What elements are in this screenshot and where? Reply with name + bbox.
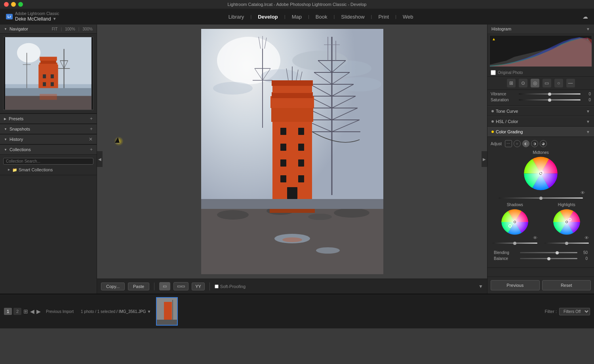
- hsl-color-header[interactable]: HSL / Color ▼: [487, 116, 594, 127]
- smart-collections-item[interactable]: ▶ 📁 Smart Collections: [0, 166, 97, 173]
- midtones-eye-icon[interactable]: 👁: [581, 190, 585, 195]
- midtones-wheel-container: [491, 157, 591, 190]
- tone-curve-label: Tone Curve: [496, 109, 518, 114]
- filter-select[interactable]: Filters Off: [559, 308, 590, 315]
- zoom-300[interactable]: 300%: [82, 27, 93, 31]
- soft-proofing-checkbox[interactable]: [215, 284, 219, 288]
- snapshots-label: Snapshots: [10, 127, 90, 131]
- collections-search-input[interactable]: [3, 158, 93, 165]
- collections-header[interactable]: ▼ Collections +: [0, 145, 97, 155]
- adjust-circle-3[interactable]: ◑: [531, 140, 538, 147]
- blending-value: 50: [580, 250, 588, 255]
- adjustment-brush-tool[interactable]: ◎: [531, 79, 539, 87]
- saturation-row: Saturation 0: [491, 98, 591, 102]
- page-1[interactable]: 1: [4, 308, 12, 315]
- presets-add[interactable]: +: [90, 116, 93, 121]
- original-photo-checkbox[interactable]: [491, 70, 496, 75]
- nav-map[interactable]: Map: [289, 12, 305, 21]
- adjust-circle-2[interactable]: ◐: [522, 140, 529, 147]
- page-2[interactable]: 2: [13, 308, 21, 315]
- color-grading-header[interactable]: Color Grading ▼: [487, 127, 594, 137]
- next-arrow[interactable]: ▶: [36, 308, 41, 315]
- svg-point-83: [308, 214, 332, 220]
- smart-collections-expand: ▶: [8, 168, 10, 171]
- prev-arrow[interactable]: ◀: [30, 308, 34, 315]
- graduated-filter-tool[interactable]: ▭: [543, 79, 551, 87]
- reset-button[interactable]: Reset: [542, 280, 591, 290]
- filmstrip-thumbnail-1[interactable]: [156, 297, 178, 326]
- zoom-fit[interactable]: FIT: [52, 27, 58, 31]
- navigator-header[interactable]: ▼ Navigator FIT | 100% | 300%: [0, 25, 97, 34]
- histogram-header[interactable]: Histogram ▼: [487, 25, 594, 33]
- left-panel-collapse-arrow[interactable]: ◀: [97, 151, 103, 167]
- svg-rect-104: [157, 320, 178, 326]
- adjust-circle-1[interactable]: ○: [514, 140, 521, 147]
- shadows-slider[interactable]: [493, 243, 537, 244]
- adjust-circle-4[interactable]: ◕: [540, 140, 547, 147]
- filmstrip: 1 2 ⊞ ◀ ▶ Previous Import 1 photo / 1 se…: [0, 294, 594, 328]
- before-after-button[interactable]: YY: [192, 282, 205, 290]
- history-header[interactable]: ▼ History ✕: [0, 135, 97, 144]
- filter-label: Filter :: [544, 309, 557, 314]
- tone-curve-header[interactable]: Tone Curve ▼: [487, 106, 594, 116]
- previous-button[interactable]: Previous: [491, 280, 540, 290]
- red-eye-tool[interactable]: —: [566, 79, 575, 87]
- saturation-slider[interactable]: [519, 99, 581, 100]
- titlebar: Lightroom Catalog.lrcat - Adobe Photosho…: [0, 0, 594, 9]
- crop-tool[interactable]: ⊞: [507, 79, 516, 87]
- tool-icons-row: ⊞ ⊙ ◎ ▭ ○ —: [487, 77, 594, 90]
- shadows-wheel[interactable]: [501, 209, 528, 235]
- radial-filter-tool[interactable]: ○: [554, 79, 563, 87]
- adjust-label: Adjust: [491, 142, 502, 146]
- shadows-eye-icon[interactable]: 👁: [533, 235, 537, 240]
- highlights-eye-icon[interactable]: 👁: [584, 235, 589, 240]
- center-panel: Copy... Paste ▭ ▭▭ YY Soft-Proofing ▼: [97, 25, 487, 294]
- close-button[interactable]: [4, 2, 9, 7]
- paste-button[interactable]: Paste: [128, 282, 149, 290]
- smart-collections-label: Smart Collections: [19, 167, 53, 172]
- vibrance-slider[interactable]: [519, 93, 581, 95]
- histogram-label: Histogram: [491, 27, 511, 31]
- history-clear[interactable]: ✕: [89, 136, 93, 142]
- adjust-3-circles-icon[interactable]: ⋯: [505, 140, 512, 147]
- maximize-button[interactable]: [18, 2, 23, 7]
- minimize-button[interactable]: [11, 2, 16, 7]
- collections-add[interactable]: +: [90, 147, 93, 152]
- snapshots-add[interactable]: +: [90, 126, 93, 132]
- nav-print[interactable]: Print: [375, 12, 392, 21]
- snapshots-header[interactable]: ▼ Snapshots +: [0, 124, 97, 134]
- filmstrip-right: Filter : Filters Off: [544, 308, 590, 315]
- nav-develop[interactable]: Develop: [255, 12, 281, 21]
- svg-rect-76: [280, 175, 286, 182]
- grid-view-icon[interactable]: ⊞: [23, 308, 28, 315]
- balance-slider[interactable]: [520, 258, 577, 259]
- nav-book[interactable]: Book: [312, 12, 331, 21]
- window-title: Lightroom Catalog.lrcat - Adobe Photosho…: [228, 2, 367, 7]
- snapshots-section: ▼ Snapshots +: [0, 124, 97, 135]
- canvas-area: [97, 25, 487, 279]
- svg-point-80: [217, 210, 249, 220]
- before-after-split-button[interactable]: ▭▭: [173, 282, 188, 290]
- cloud-icon[interactable]: ☁: [583, 13, 588, 20]
- shadows-item: Shadows: [491, 203, 539, 245]
- highlights-slider[interactable]: [544, 243, 589, 244]
- right-panel-collapse-arrow[interactable]: ▶: [482, 151, 487, 167]
- nav-library[interactable]: Library: [225, 12, 248, 21]
- zoom-out-icon[interactable]: ▼: [478, 284, 483, 289]
- filename-dropdown[interactable]: ▼: [147, 309, 151, 314]
- user-dropdown-arrow[interactable]: ▼: [53, 17, 57, 21]
- svg-rect-75: [298, 159, 304, 167]
- blending-slider[interactable]: [520, 252, 577, 253]
- presets-header[interactable]: ▶ Presets +: [0, 114, 97, 124]
- copy-button[interactable]: Copy...: [101, 282, 125, 290]
- histogram-warning-right: ▲: [586, 37, 590, 41]
- highlights-wheel[interactable]: [553, 209, 580, 235]
- single-view-button[interactable]: ▭: [159, 282, 170, 290]
- midtones-slider[interactable]: [499, 197, 583, 199]
- midtones-wheel[interactable]: [524, 157, 558, 190]
- nav-web[interactable]: Web: [400, 12, 417, 21]
- spot-removal-tool[interactable]: ⊙: [519, 79, 527, 87]
- nav-slideshow[interactable]: Slideshow: [338, 12, 367, 21]
- zoom-100[interactable]: 100%: [65, 27, 75, 31]
- histogram-warning-left: ▲: [492, 37, 496, 41]
